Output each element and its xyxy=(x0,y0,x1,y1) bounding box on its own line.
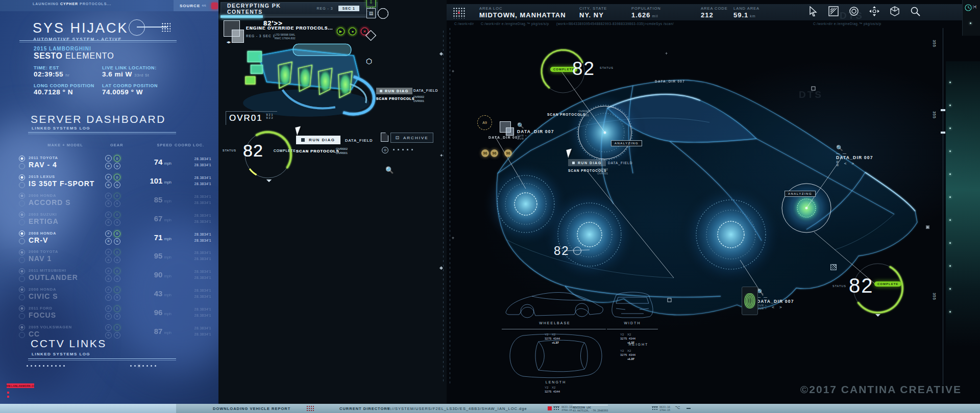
archive-button[interactable]: ⊡ARCHIVE xyxy=(390,133,433,143)
row-status-icons[interactable] xyxy=(15,305,29,319)
decrypt-progress-bar xyxy=(220,15,377,18)
data-dir-block[interactable]: 🔍 DATA_DIR 007 OVR >OVR > xyxy=(517,122,554,140)
gauge-caption: COMPLETE xyxy=(274,149,296,152)
table-row[interactable]: 2011 MITSUBISHI OUTLANDER PDRN 90mph 28.… xyxy=(15,266,215,285)
middle-panel: ◆ ✦ ◆ DECRYPTING PK CONTENTS REG - 3 SEC… xyxy=(218,0,447,404)
blueprint-top-view xyxy=(508,332,604,379)
module-title: DECRYPTING PK CONTENTS xyxy=(227,3,316,15)
sec-badge[interactable]: SEC 1 xyxy=(338,6,359,11)
vehicle-year-make: 2005 VOLKSWAGEN xyxy=(29,325,105,329)
table-row[interactable]: 2006 TOYOTA NAV 1 PDRN 95mph 28.3834'128… xyxy=(15,247,215,266)
data-dir-block[interactable]: 🔍 — — DATA_DIR 007 OVR >OVR > < > xyxy=(757,289,794,310)
studio-watermark: ©2017 CANTINA CREATIVE xyxy=(800,383,962,396)
folder-icon[interactable] xyxy=(506,127,514,136)
data-dir-block[interactable]: 🔍 — — DATA_DIR 007 ▦▦ < > xyxy=(836,145,873,166)
module-header[interactable]: DECRYPTING PK CONTENTS REG - 3 SEC 1 ✓ xyxy=(220,2,378,15)
cctv-dots-right[interactable] xyxy=(130,365,156,367)
header-stat: LAND AREA 59.1km xyxy=(733,6,779,19)
cctv-dots-left[interactable] xyxy=(27,365,65,367)
row-status-icons[interactable] xyxy=(15,193,29,206)
gear-indicator[interactable]: PDRN xyxy=(105,230,135,245)
vehicle-coords: 28.3834'128.3834'1 xyxy=(172,288,211,300)
gear-indicator[interactable]: PDRN xyxy=(105,305,135,320)
document-icon[interactable]: ▤ xyxy=(366,8,376,18)
play-button[interactable]: ▶ xyxy=(337,28,345,35)
run-diag-button[interactable]: RUN DIAG xyxy=(568,159,606,166)
vehicle-year-make: 2011 TOYOTA xyxy=(29,156,105,160)
vehicle-year-make: 2015 LEXUS xyxy=(29,174,105,179)
gold-badge[interactable]: 96 xyxy=(481,149,489,157)
gear-indicator[interactable]: PDRN xyxy=(105,212,135,226)
source-chip[interactable]: SOURCE 4/6 xyxy=(174,0,218,11)
vehicle-model: NAV 1 xyxy=(29,254,105,263)
circle-indicator-icon[interactable] xyxy=(378,8,388,19)
magnifier-icon[interactable]: 🔍 xyxy=(836,145,873,151)
ovr-values: OVR002OVR001 xyxy=(597,167,608,175)
magnifier-icon[interactable]: 🔍 xyxy=(757,289,794,295)
vehicle-speed: 95mph xyxy=(135,251,172,261)
gold-badge[interactable]: 96 xyxy=(504,149,512,157)
current-directory-path[interactable]: G://SYSTEM/USERS/F2EL_LS3D/ES_4BB3/SHAW_… xyxy=(387,406,527,411)
table-row[interactable]: 2008 HONDA CR-V PDRN 71mph 28.3834'128.3… xyxy=(15,228,215,247)
run-diag-button-overlay[interactable]: RUN DIAG xyxy=(376,88,412,94)
table-row[interactable]: 2011 TOYOTA RAV - 4 PDRN 74mph 28.3834'1… xyxy=(15,153,215,172)
table-row[interactable]: 2011 FORD FOCUS PDRN 96mph 28.3834'128.3… xyxy=(15,303,215,322)
data-dir-label[interactable]: DATA_DIR 007 xyxy=(488,132,520,141)
site-watermark: www.lanlanwork.com xyxy=(893,403,980,404)
confirm-button[interactable]: ● xyxy=(349,28,356,35)
prev-next-arrows[interactable]: < > xyxy=(772,305,784,309)
source-record-icon[interactable] xyxy=(211,3,218,9)
magnifier-icon[interactable]: 🔍 xyxy=(517,122,554,129)
run-diag-button[interactable]: RUN DIAG xyxy=(296,136,340,144)
table-row[interactable]: 2003 SUZUKI ERTIGA PDRN 67mph 28.3834'12… xyxy=(15,209,215,228)
data-field-label: DATA_FIELD xyxy=(413,89,438,92)
row-status-icons[interactable] xyxy=(15,249,29,263)
move-tool-icon[interactable] xyxy=(868,6,880,17)
gear-indicator[interactable]: PDRN xyxy=(105,287,135,301)
cube-tool-icon[interactable] xyxy=(889,6,901,17)
row-status-icons[interactable] xyxy=(15,287,29,300)
table-row[interactable]: 2015 LEXUS IS 350T F-SPORT PDRN 101mph 2… xyxy=(15,172,215,191)
gear-indicator[interactable]: PDRN xyxy=(105,193,135,207)
row-status-icons[interactable] xyxy=(15,156,29,169)
current-directory-label: CURRENT DIRECTORY: xyxy=(339,406,391,411)
fingerprint-scanner[interactable] xyxy=(742,287,758,315)
gauge-caption: COMPLETE xyxy=(874,281,901,287)
row-status-icons[interactable] xyxy=(15,212,29,225)
vehicle-speed: 74mph xyxy=(135,158,172,167)
dot-matrix-icon xyxy=(161,22,170,32)
vehicle-speed: 96mph xyxy=(135,308,172,317)
gear-indicator[interactable]: PDRN xyxy=(105,268,135,282)
gauge-value: 82 xyxy=(572,58,595,80)
vehicle-coords: 28.3834'128.3834'1 xyxy=(172,250,211,262)
gear-indicator[interactable]: PDRN xyxy=(105,249,135,263)
gear-indicator[interactable]: PDRN xyxy=(105,155,135,169)
status-bar-left xyxy=(0,404,176,413)
magnifier-icon[interactable]: 🔍 xyxy=(385,166,394,174)
gear-indicator[interactable]: PDRN xyxy=(105,174,135,188)
search-tool-icon[interactable] xyxy=(909,6,921,17)
row-status-icons[interactable] xyxy=(15,174,29,188)
deco-cross: ◆ xyxy=(439,265,443,270)
wheel-value: 82 xyxy=(554,244,570,258)
radio-icon[interactable]: ◎ xyxy=(382,147,388,153)
prev-next-arrows[interactable]: < > xyxy=(844,161,856,166)
file-icon[interactable] xyxy=(381,133,388,142)
cube-icon[interactable]: ⬡ xyxy=(366,57,372,65)
gold-badge[interactable]: 96 xyxy=(491,149,498,157)
stat-long-coord: LONG COORD POSITION 40.7128 ° N xyxy=(34,83,94,96)
table-row[interactable]: 2006 HONDA CIVIC S PDRN 43mph 28.3834'12… xyxy=(15,285,215,303)
pointer-tool-icon[interactable] xyxy=(807,6,819,17)
download-icon[interactable]: ⇩ xyxy=(366,0,376,7)
gear-indicator[interactable]: PDRN xyxy=(105,324,135,339)
row-status-icons[interactable] xyxy=(15,230,29,244)
module-action-buttons[interactable]: ▶ ● ✕ xyxy=(335,25,369,35)
a9-marker[interactable]: A9 xyxy=(477,115,492,130)
ovr-values: OVR002OVR001 xyxy=(413,95,424,103)
table-row[interactable]: 2006 HONDA ACCORD S PDRN 85mph 28.3834'1… xyxy=(15,191,215,210)
section-title-server-dashboard: SERVER DASHBOARD xyxy=(31,113,166,125)
row-status-icons[interactable] xyxy=(15,268,29,282)
image-tool-icon[interactable] xyxy=(827,6,840,17)
row-status-icons[interactable] xyxy=(15,324,29,338)
corner-clock-box: |◂| xyxy=(962,0,980,36)
